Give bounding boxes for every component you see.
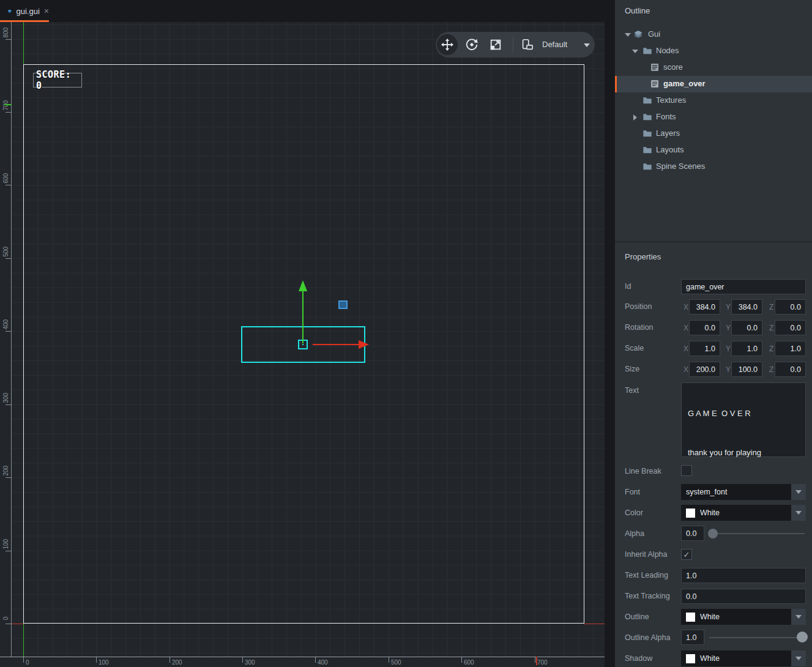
inherit-alpha-checkbox[interactable]: ✓	[681, 549, 692, 560]
layout-device-icon[interactable]	[520, 38, 534, 51]
ruler-cursor-marker-y	[4, 104, 12, 105]
rotate-tool-icon[interactable]	[465, 38, 479, 51]
ruler-x-label: 400	[318, 659, 328, 666]
outline-item-game-over[interactable]: game_over	[615, 76, 812, 92]
alpha-slider-track[interactable]	[709, 533, 805, 534]
alpha-input[interactable]: 0.0	[681, 526, 704, 541]
axis-y-label: Y	[726, 324, 731, 332]
rotation-y-input[interactable]: 0.0	[731, 320, 762, 335]
outline-dropdown-caret-icon[interactable]	[791, 609, 806, 625]
folder-icon	[643, 129, 652, 138]
outline-item-score[interactable]: score	[615, 59, 812, 76]
move-gizmo-x-axis[interactable]	[313, 344, 359, 345]
shadow-dropdown-caret-icon[interactable]	[791, 650, 806, 666]
folder-icon	[643, 145, 652, 155]
inherit-alpha-label: Inherit Alpha	[625, 550, 668, 559]
outline-color-dropdown[interactable]: White	[681, 609, 806, 625]
scale-x-value: 1.0	[705, 345, 715, 353]
outline-item-layouts[interactable]: Layouts	[615, 142, 812, 158]
position-z-value: 0.0	[791, 303, 801, 311]
outline-item-fonts[interactable]: Fonts	[615, 109, 812, 125]
folder-icon	[643, 112, 652, 122]
rotation-z-input[interactable]: 0.0	[775, 320, 806, 335]
ruler-horizontal: 0 100 200 300 400 500 600 700	[0, 657, 605, 667]
gui-scene-icon	[633, 29, 643, 39]
axis-x-label: X	[683, 345, 688, 353]
scale-z-input[interactable]: 1.0	[775, 341, 806, 356]
outline-item-nodes[interactable]: Nodes	[615, 43, 812, 59]
color-dropdown[interactable]: White	[681, 505, 806, 521]
expand-arrow-icon[interactable]	[632, 50, 638, 53]
outline-item-gui[interactable]: Gui	[615, 26, 812, 43]
outline-item-layers[interactable]: Layers	[615, 125, 812, 142]
toolbar-divider	[513, 37, 513, 53]
axis-x-label: X	[683, 303, 688, 311]
text-leading-input[interactable]: 1.0	[681, 568, 806, 583]
id-value: game_over	[686, 283, 724, 291]
outline-item-textures[interactable]: Textures	[615, 92, 812, 109]
outline-item-label: Spine Scenes	[656, 162, 705, 171]
ruler-y-label: 400	[2, 320, 9, 330]
move-tool-icon[interactable]	[441, 38, 454, 51]
expand-arrow-icon[interactable]	[625, 33, 631, 37]
layout-dropdown-caret-icon[interactable]	[584, 43, 590, 47]
outline-alpha-slider-thumb[interactable]	[797, 632, 808, 643]
position-z-input[interactable]: 0.0	[775, 299, 806, 315]
text-input[interactable]: G A M E O V E R thank you for playing	[681, 382, 806, 457]
expand-arrow-icon[interactable]	[633, 114, 637, 121]
size-x-input[interactable]: 200.0	[689, 362, 720, 377]
layout-profile-label[interactable]: Default	[542, 40, 567, 49]
outline-item-label: Layouts	[656, 145, 684, 154]
gui-file-icon	[7, 6, 12, 17]
scale-y-input[interactable]: 1.0	[731, 341, 762, 356]
color-swatch	[686, 509, 695, 518]
outline-properties-divider[interactable]	[615, 241, 812, 242]
position-y-value: 384.0	[739, 303, 758, 311]
tab-gui-gui[interactable]: gui.gui ×	[0, 0, 49, 22]
axis-z-label: Z	[769, 365, 773, 374]
text-value-line1: G A M E O V E R	[688, 409, 799, 419]
defold-editor-window: gui.gui × SCORE: 0	[0, 0, 812, 667]
move-gizmo-y-axis[interactable]	[302, 291, 304, 343]
id-input[interactable]: game_over	[681, 279, 806, 294]
axis-x-label: X	[683, 324, 688, 332]
shadow-dropdown[interactable]: White	[681, 650, 806, 666]
rotation-x-input[interactable]: 0.0	[689, 320, 720, 335]
outline-item-label: Fonts	[656, 112, 676, 121]
font-dropdown-caret-icon[interactable]	[791, 484, 806, 500]
ruler-y-label: 500	[2, 247, 9, 257]
score-node-pivot-handle[interactable]	[338, 300, 348, 309]
position-x-input[interactable]: 384.0	[689, 299, 720, 315]
axis-y-label: Y	[726, 365, 731, 374]
outline-alpha-slider-track[interactable]	[709, 637, 805, 638]
scene-canvas[interactable]: SCORE: 0	[0, 22, 605, 667]
panel-splitter[interactable]	[605, 0, 615, 667]
position-y-input[interactable]: 384.0	[731, 299, 762, 315]
scale-x-input[interactable]: 1.0	[689, 341, 720, 356]
ruler-x-label: 100	[99, 659, 109, 666]
text-label: Text	[625, 386, 639, 395]
size-y-input[interactable]: 100.0	[731, 362, 762, 377]
outline-item-spine-scenes[interactable]: Spine Scenes	[615, 158, 812, 175]
outline-item-label: score	[663, 62, 683, 72]
text-node-icon	[650, 79, 660, 89]
move-gizmo-x-arrowhead[interactable]	[359, 340, 369, 349]
ruler-y-label: 600	[2, 174, 9, 184]
rotation-x-value: 0.0	[705, 324, 715, 332]
color-dropdown-caret-icon[interactable]	[791, 505, 806, 521]
scene-toolbar: Default	[436, 32, 595, 58]
size-z-input[interactable]: 0.0	[775, 362, 806, 377]
font-dropdown[interactable]: system_font	[681, 484, 806, 500]
scale-tool-icon[interactable]	[489, 38, 502, 51]
outline-alpha-value: 1.0	[686, 633, 696, 642]
score-node[interactable]: SCORE: 0	[33, 73, 82, 88]
folder-icon	[643, 95, 652, 105]
move-gizmo-y-arrowhead[interactable]	[299, 280, 307, 291]
alpha-slider-thumb[interactable]	[708, 529, 718, 538]
text-tracking-input[interactable]: 0.0	[681, 589, 806, 604]
outline-alpha-input[interactable]: 1.0	[681, 630, 704, 645]
shadow-swatch	[686, 654, 695, 663]
tab-close-icon[interactable]: ×	[44, 7, 49, 15]
line-break-checkbox[interactable]	[681, 465, 692, 476]
alpha-label: Alpha	[625, 529, 644, 538]
